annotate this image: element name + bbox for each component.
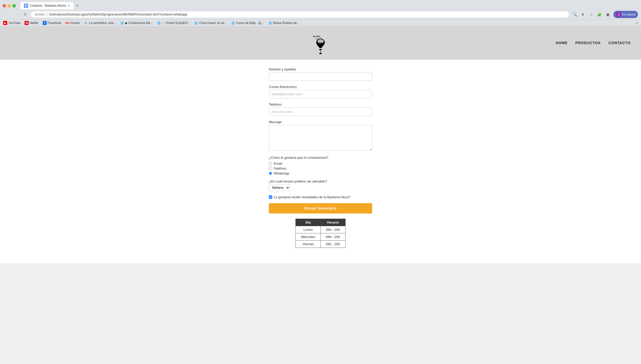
schedule-table: Día Horario Lunes08h - 20hMiércoles08h -…: [295, 219, 346, 248]
title-bar: Contacto - Barberia Morris ✕ +: [0, 0, 641, 9]
message-textarea[interactable]: [269, 125, 372, 151]
conferencia-icon: 🌐: [120, 21, 124, 25]
bookmark-portal-label: :::::Portal SUAyED::.: [162, 21, 190, 25]
forward-button[interactable]: →: [12, 11, 20, 18]
bookmark-icon[interactable]: ☆: [588, 11, 595, 18]
site-header: ALURA ESTD 2020: [0, 26, 641, 60]
reload-button[interactable]: ↻: [22, 11, 29, 18]
submit-button[interactable]: Enviar formulario: [269, 203, 372, 213]
sidebar-icon[interactable]: ▣: [604, 11, 611, 18]
horario-select[interactable]: Mañana Tarde Noche: [269, 184, 290, 191]
radio-phone-group: Teléfono: [269, 167, 372, 170]
col-day: Día: [296, 219, 321, 226]
bookmark-youtube[interactable]: ▶ YouTube: [3, 21, 20, 25]
share-icon[interactable]: ⬆: [579, 11, 587, 18]
bookmark-oracle-label: Oracle: [71, 21, 80, 25]
newsletter-checkbox[interactable]: [269, 195, 272, 199]
message-label: Mensaje: [269, 120, 372, 124]
tab-close-button[interactable]: ✕: [68, 4, 70, 7]
svg-point-13: [319, 49, 322, 50]
contact-question: ¿Cómo le gustaría que lo contactemos?: [269, 156, 372, 160]
bookmark-oracle[interactable]: ORA Oracle: [65, 21, 80, 25]
newsletter-row: Le gustaría recibir novedades de la Barb…: [269, 195, 372, 199]
schedule-time: 08h - 20h: [320, 241, 345, 248]
svg-text:ALURA: ALURA: [313, 35, 320, 38]
maximize-button[interactable]: [12, 4, 16, 7]
close-button[interactable]: [3, 4, 6, 7]
url-bar[interactable]: Archivo | /Users/jesus/Desktop/Logica%20…: [31, 11, 569, 18]
oracle-icon: ORA: [65, 21, 69, 25]
col-horario: Horario: [320, 219, 345, 226]
traffic-lights: [3, 4, 16, 7]
bookmarks-bar: ▶ YouTube N Netflix f Facebook ORA Oracl…: [0, 20, 641, 26]
bookmark-semiotica-label: La semiótica: una...: [89, 21, 116, 25]
name-group: Nombre y Apellido: [269, 67, 372, 81]
site-logo: ALURA ESTD 2020: [310, 31, 331, 54]
bookmark-netflix-label: Netflix: [30, 21, 38, 25]
bookmark-como-label: Como hacer el cal...: [199, 21, 227, 25]
radio-whatsapp-group: WhatsApp: [269, 171, 372, 175]
como-icon: 🌐: [194, 21, 198, 25]
form-section: Nombre y Apellido Correo Electrónico Tel…: [0, 60, 641, 263]
browser-chrome: Contacto - Barberia Morris ✕ + ← → ↻ Arc…: [0, 0, 641, 26]
newsletter-label: Le gustaría recibir novedades de la Barb…: [274, 195, 350, 199]
profile-label: En pausa: [622, 13, 635, 16]
bookmark-semiotica[interactable]: G La semiótica: una...: [84, 21, 116, 25]
bookmarks-more-button[interactable]: »: [636, 21, 638, 25]
curso-icon: 🌐: [231, 21, 235, 25]
schedule-day: Lunes: [296, 226, 321, 233]
bookmark-netflix[interactable]: N Netflix: [25, 21, 38, 25]
extensions-icon[interactable]: 🧩: [596, 11, 603, 18]
website: ALURA ESTD 2020: [0, 26, 641, 263]
schedule-row: Miércoles08h - 20h: [296, 233, 346, 241]
radio-whatsapp[interactable]: [269, 172, 272, 175]
search-icon[interactable]: 🔍: [571, 11, 578, 18]
back-button[interactable]: ←: [3, 11, 10, 18]
profile-button[interactable]: J En pausa: [613, 11, 638, 18]
bookmark-brasa-label: Brasa Rodizio de...: [273, 21, 299, 25]
horario-question: ¿En cuál horario prefiere ser atendido?: [269, 179, 372, 183]
schedule-time: 08h - 20h: [320, 233, 345, 241]
radio-whatsapp-label: WhatsApp: [274, 171, 289, 175]
name-label: Nombre y Apellido: [269, 67, 372, 71]
nav-home[interactable]: HOME: [556, 41, 568, 45]
radio-phone[interactable]: [269, 167, 272, 170]
brasa-icon: 🌐: [268, 21, 272, 25]
bookmark-como[interactable]: 🌐 Como hacer el cal...: [194, 21, 227, 25]
bookmark-facebook[interactable]: f Facebook: [43, 21, 61, 25]
schedule-row: Lunes08h - 20h: [296, 226, 346, 233]
schedule-day: Viernes: [296, 241, 321, 248]
bookmark-conferencia[interactable]: 🌐 ▶ Conferencia Mit...: [120, 21, 153, 25]
radio-email[interactable]: [269, 162, 272, 165]
bookmark-brasa[interactable]: 🌐 Brasa Rodizio de...: [268, 21, 299, 25]
bookmark-curso[interactable]: 🌐 Curso de Bajo - Ej...: [231, 21, 264, 25]
netflix-icon: N: [25, 21, 29, 25]
phone-group: Telefono: [269, 102, 372, 116]
schedule-header-row: Día Horario: [296, 219, 346, 226]
phone-input[interactable]: [269, 107, 372, 116]
radio-email-group: Email: [269, 162, 372, 165]
minimize-button[interactable]: [7, 4, 11, 7]
address-bar: ← → ↻ Archivo | /Users/jesus/Desktop/Log…: [0, 9, 641, 20]
tab-favicon: [24, 4, 28, 8]
bookmark-facebook-label: Facebook: [48, 21, 61, 25]
url-text: /Users/jesus/Desktop/Logica%20de%20progr…: [49, 13, 187, 16]
radio-phone-label: Teléfono: [274, 167, 286, 170]
svg-point-12: [319, 53, 322, 54]
horario-group: ¿En cuál horario prefiere ser atendido? …: [269, 179, 372, 191]
schedule-row: Viernes08h - 20h: [296, 241, 346, 248]
new-tab-button[interactable]: +: [74, 2, 81, 9]
address-actions: 🔍 ⬆ ☆ 🧩 ▣: [571, 11, 611, 18]
bookmark-portal[interactable]: 🌐 :::::Portal SUAyED::.: [157, 21, 190, 25]
bookmark-curso-label: Curso de Bajo - Ej...: [236, 21, 264, 25]
site-nav: HOME PRODUCTOS CONTACTO: [331, 41, 631, 45]
contact-preference-group: ¿Cómo le gustaría que lo contactemos? Em…: [269, 156, 372, 175]
email-input[interactable]: [269, 90, 372, 98]
active-tab[interactable]: Contacto - Barberia Morris ✕: [20, 2, 74, 9]
bookmark-conferencia-label: ▶ Conferencia Mit...: [125, 21, 153, 25]
nav-products[interactable]: PRODUCTOS: [575, 41, 601, 45]
name-input[interactable]: [269, 72, 372, 81]
logo-area: ALURA ESTD 2020: [310, 31, 331, 54]
profile-avatar: J: [616, 12, 621, 17]
nav-contact[interactable]: CONTACTO: [608, 41, 631, 45]
